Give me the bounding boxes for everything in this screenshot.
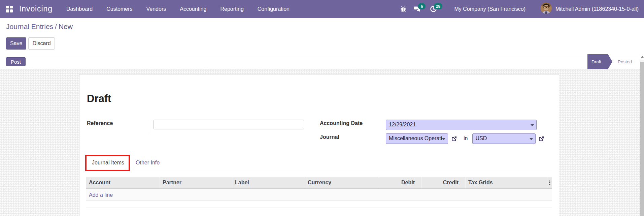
vertical-scrollbar[interactable] <box>640 54 644 216</box>
user-menu[interactable]: Mitchell Admin (11862340-15-0-all) <box>555 6 639 12</box>
form-view-background: Draft Reference Accounting Date 12/29/20… <box>0 69 640 216</box>
breadcrumb-separator: / <box>53 23 59 30</box>
menu-accounting[interactable]: Accounting <box>180 6 206 12</box>
status-steps: Draft Posted <box>587 54 640 69</box>
column-currency[interactable]: Currency <box>305 177 378 188</box>
breadcrumb: Journal Entries/New <box>0 18 644 31</box>
menu-vendors[interactable]: Vendors <box>146 6 166 12</box>
journal-select[interactable]: Miscellaneous Operations <box>386 133 448 144</box>
company-switcher[interactable]: My Company (San Francisco) <box>454 6 526 12</box>
avatar[interactable] <box>541 3 552 14</box>
kebab-menu-icon <box>549 180 550 185</box>
breadcrumb-current: New <box>59 23 73 30</box>
status-step-posted[interactable]: Posted <box>612 54 640 69</box>
menu-reporting[interactable]: Reporting <box>220 6 243 12</box>
scrollbar-up-button[interactable] <box>640 54 644 60</box>
column-debit[interactable]: Debit <box>378 177 421 188</box>
messages-count-badge: 6 <box>418 3 426 9</box>
column-label[interactable]: Label <box>232 177 305 188</box>
avatar-image <box>541 3 552 14</box>
apps-grid-square <box>10 6 13 9</box>
caret-down-icon <box>442 138 445 140</box>
apps-menu-icon[interactable] <box>6 6 13 12</box>
journal-value: Miscellaneous Operations <box>389 135 442 142</box>
column-tax-grids[interactable]: Tax Grids <box>465 177 547 188</box>
control-panel: Journal Entries/New Save Discard <box>0 18 644 54</box>
column-credit[interactable]: Credit <box>421 177 465 188</box>
table-header-row: Account Partner Label Currency Debit Cre… <box>86 177 552 189</box>
main-menu: Dashboard Customers Vendors Accounting R… <box>66 0 303 18</box>
debug-icon[interactable] <box>401 0 406 18</box>
activities-count-badge: 28 <box>434 3 442 9</box>
discard-button[interactable]: Discard <box>28 37 55 50</box>
breadcrumb-journal-entries[interactable]: Journal Entries <box>6 23 53 30</box>
scrollbar-thumb[interactable] <box>640 62 644 216</box>
apps-grid-square <box>6 6 9 9</box>
messages-button[interactable]: 6 <box>413 0 420 18</box>
field-group-left: Reference <box>86 120 319 145</box>
systray: 6 28 My Company (San Francisco) <box>401 0 639 18</box>
activities-button[interactable]: 28 <box>430 0 437 18</box>
accounting-date-value: 12/29/2021 <box>389 122 530 128</box>
control-panel-buttons: Save Discard <box>6 37 644 50</box>
field-group-right: Accounting Date 12/29/2021 Journal Misce… <box>319 120 552 145</box>
app-name[interactable]: Invoicing <box>19 4 53 13</box>
menu-configuration[interactable]: Configuration <box>258 6 290 12</box>
optional-columns-toggle[interactable] <box>547 177 552 188</box>
notebook-tabs: Journal Items Other Info <box>86 155 552 170</box>
post-button[interactable]: Post <box>6 57 26 66</box>
field-group: Reference Accounting Date 12/29/2021 <box>86 120 552 145</box>
reference-label: Reference <box>86 120 149 133</box>
table-add-row: Add a line <box>86 189 552 201</box>
record-title: Draft <box>87 93 552 105</box>
accounting-date-label: Accounting Date <box>319 120 382 133</box>
form-sheet: Draft Reference Accounting Date 12/29/20… <box>79 74 559 216</box>
caret-down-icon <box>531 124 534 126</box>
journal-external-link-icon[interactable] <box>451 136 457 142</box>
apps-grid-square <box>10 9 13 12</box>
save-button[interactable]: Save <box>6 37 26 50</box>
journal-items-table: Account Partner Label Currency Debit Cre… <box>86 177 552 208</box>
apps-grid-square <box>6 9 9 12</box>
caret-down-icon <box>530 138 533 140</box>
column-partner[interactable]: Partner <box>160 177 232 188</box>
tab-other-info[interactable]: Other Info <box>130 155 165 170</box>
table-empty-row <box>86 201 552 208</box>
top-navbar: Invoicing Dashboard Customers Vendors Ac… <box>0 0 644 18</box>
journal-label: Journal <box>319 133 382 145</box>
status-step-draft[interactable]: Draft <box>587 54 612 69</box>
currency-value: USD <box>475 135 529 142</box>
scroll-up-arrow-icon <box>641 56 644 58</box>
add-a-line-link[interactable]: Add a line <box>89 192 113 198</box>
column-account[interactable]: Account <box>86 177 160 188</box>
currency-external-link-icon[interactable] <box>538 136 544 142</box>
journal-in-text: in <box>464 135 468 142</box>
menu-customers[interactable]: Customers <box>106 6 132 12</box>
currency-select[interactable]: USD <box>472 133 536 144</box>
menu-dashboard[interactable]: Dashboard <box>66 6 93 12</box>
accounting-date-select[interactable]: 12/29/2021 <box>386 120 537 130</box>
tab-journal-items[interactable]: Journal Items <box>86 155 130 170</box>
reference-input[interactable] <box>153 120 304 129</box>
form-statusbar: Post Draft Posted <box>0 54 640 69</box>
bug-icon <box>401 6 406 12</box>
